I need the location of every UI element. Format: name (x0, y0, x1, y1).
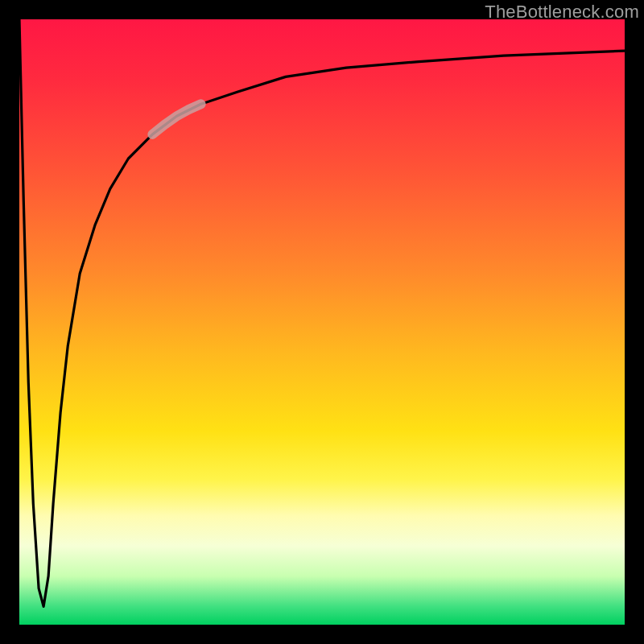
chart-frame: TheBottleneck.com (0, 0, 644, 644)
curve-layer (19, 19, 625, 625)
attribution-label: TheBottleneck.com (485, 2, 639, 23)
highlight-segment (152, 104, 200, 134)
bottleneck-curve (19, 19, 625, 606)
